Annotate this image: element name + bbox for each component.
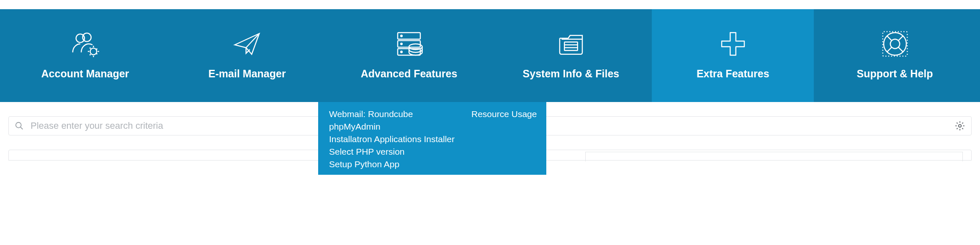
main-nav: Account Manager E-mail Manager [0, 9, 980, 102]
nav-extra-features[interactable]: Extra Features [652, 9, 814, 102]
svg-line-17 [887, 47, 891, 52]
folder-files-icon [546, 25, 596, 63]
dropdown-item-phpmyadmin[interactable]: phpMyAdmin [329, 120, 455, 133]
nav-label: Extra Features [697, 68, 769, 80]
svg-point-8 [401, 51, 402, 53]
svg-line-18 [898, 47, 903, 52]
server-database-icon [384, 25, 434, 63]
svg-point-2 [90, 48, 97, 55]
search-icon [15, 121, 24, 130]
nav-system-info-files[interactable]: System Info & Files [490, 9, 652, 102]
dropdown-column-1: Webmail: Roundcube phpMyAdmin Installatr… [329, 108, 455, 171]
dropdown-item-resource-usage[interactable]: Resource Usage [471, 108, 537, 120]
users-gear-icon [60, 25, 110, 63]
paper-plane-icon [222, 25, 272, 63]
svg-line-21 [21, 127, 23, 130]
nav-label: System Info & Files [523, 68, 620, 80]
svg-line-15 [887, 36, 891, 41]
dropdown-item-installatron[interactable]: Installatron Applications Installer [329, 133, 455, 145]
dropdown-item-webmail[interactable]: Webmail: Roundcube [329, 108, 455, 120]
svg-point-20 [16, 122, 21, 128]
svg-line-16 [898, 36, 903, 41]
svg-point-6 [401, 35, 402, 37]
dropdown-item-setup-python[interactable]: Setup Python App [329, 158, 455, 171]
top-white-strip [0, 0, 980, 9]
nav-label: Account Manager [41, 68, 129, 80]
svg-rect-19 [882, 32, 907, 56]
nav-label: Support & Help [857, 68, 933, 80]
dropdown-column-2: Resource Usage [471, 108, 537, 171]
nav-label: E-mail Manager [208, 68, 286, 80]
extra-features-dropdown: Webmail: Roundcube phpMyAdmin Installatr… [318, 102, 546, 175]
gear-icon[interactable] [954, 120, 965, 131]
nav-email-manager[interactable]: E-mail Manager [166, 9, 328, 102]
nav-label: Advanced Features [361, 68, 458, 80]
nav-support-help[interactable]: Support & Help [814, 9, 976, 102]
nav-account-manager[interactable]: Account Manager [4, 9, 166, 102]
dropdown-item-select-php[interactable]: Select PHP version [329, 145, 455, 158]
lifebuoy-icon [870, 25, 920, 63]
nav-advanced-features[interactable]: Advanced Features [328, 9, 490, 102]
svg-rect-10 [564, 42, 578, 51]
svg-point-7 [401, 43, 402, 45]
plus-icon [708, 25, 758, 63]
svg-point-22 [959, 125, 962, 128]
